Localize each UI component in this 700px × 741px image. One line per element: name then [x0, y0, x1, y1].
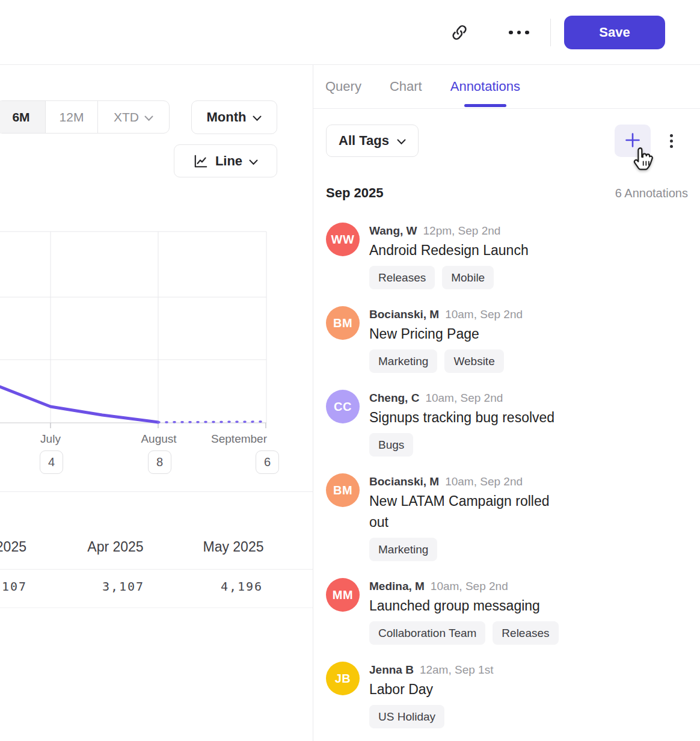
- more-options-button[interactable]: [506, 24, 532, 41]
- annotation-title: Signups tracking bug resolved: [369, 407, 554, 428]
- avatar: CC: [326, 390, 360, 423]
- annotation-meta: Wang, W 12pm, Sep 2nd: [369, 223, 529, 239]
- tag-pill[interactable]: US Holiday: [369, 705, 444, 728]
- annotation-timestamp: 10am, Sep 2nd: [431, 579, 508, 594]
- tag-pill[interactable]: Collaboration Team: [369, 621, 485, 645]
- avatar: MM: [326, 578, 360, 612]
- annotation-tags: MarketingWebsite: [369, 349, 523, 373]
- kebab-icon: [670, 134, 673, 148]
- x-axis-label: July: [30, 432, 71, 446]
- avatar: JB: [326, 662, 360, 695]
- range-12m-button[interactable]: 12M: [45, 101, 97, 133]
- tag-pill[interactable]: Marketing: [369, 538, 437, 561]
- tab-chart[interactable]: Chart: [390, 65, 422, 108]
- save-button[interactable]: Save: [564, 16, 665, 49]
- avatar: WW: [326, 223, 360, 256]
- table-border: [0, 607, 313, 608]
- annotation-tags: Collaboration TeamReleases: [369, 621, 559, 645]
- annotation-timestamp: 12am, Sep 1st: [420, 662, 494, 678]
- tag-pill[interactable]: Releases: [369, 266, 435, 289]
- table-value-cell: 3,107: [63, 579, 183, 594]
- table-column-header: 2025: [0, 539, 26, 555]
- chevron-down-icon: [397, 133, 406, 149]
- tag-filter-dropdown[interactable]: All Tags: [326, 125, 419, 157]
- active-tab-underline: [464, 104, 506, 107]
- annotation-list: WW Wang, W 12pm, Sep 2nd Android Redesig…: [313, 223, 700, 741]
- table-border: [0, 569, 313, 570]
- annotation-meta: Bocianski, M 10am, Sep 2nd: [369, 474, 568, 490]
- x-axis-label: August: [134, 432, 184, 446]
- chart-type-dropdown[interactable]: Line: [174, 144, 277, 177]
- ellipsis-icon: [509, 31, 529, 35]
- tag-pill[interactable]: Releases: [493, 621, 558, 645]
- annotation-count-badge[interactable]: 4: [40, 450, 63, 474]
- annotation-title: New Pricing Page: [369, 324, 523, 345]
- tab-annotations[interactable]: Annotations: [450, 65, 520, 108]
- annotations-menu-button[interactable]: [667, 125, 675, 157]
- table-column-header: Apr 2025: [55, 539, 176, 555]
- annotation-title: Launched group messaging: [369, 595, 559, 616]
- annotation-author: Bocianski, M: [369, 474, 439, 490]
- annotation-tags: US Holiday: [369, 705, 493, 728]
- annotation-list-item[interactable]: JB Jenna B 12am, Sep 1st Labor Day US Ho…: [326, 662, 700, 728]
- add-annotation-button[interactable]: [615, 125, 651, 157]
- annotation-meta: Cheng, C 10am, Sep 2nd: [369, 390, 554, 406]
- date-range-segmented-control: 6M 12M XTD: [0, 100, 170, 134]
- tag-pill[interactable]: Marketing: [369, 349, 437, 373]
- annotation-author: Jenna B: [369, 662, 414, 678]
- annotation-body: Bocianski, M 10am, Sep 2nd New LATAM Cam…: [369, 473, 568, 561]
- annotation-body: Cheng, C 10am, Sep 2nd Signups tracking …: [369, 390, 554, 457]
- annotation-timestamp: 12pm, Sep 2nd: [423, 223, 501, 239]
- annotation-tags: Bugs: [369, 433, 554, 457]
- annotation-count-badge[interactable]: 8: [148, 450, 171, 474]
- annotation-body: Medina, M 10am, Sep 2nd Launched group m…: [369, 578, 559, 645]
- annotation-author: Bocianski, M: [369, 307, 439, 322]
- tag-pill[interactable]: Bugs: [369, 433, 413, 457]
- annotation-list-item[interactable]: BM Bocianski, M 10am, Sep 2nd New LATAM …: [326, 473, 700, 561]
- annotations-panel: Query Chart Annotations All Tags Sep 202…: [313, 65, 700, 741]
- range-6m-button[interactable]: 6M: [0, 101, 45, 133]
- annotation-timestamp: 10am, Sep 2nd: [445, 307, 523, 322]
- annotation-list-item[interactable]: CC Cheng, C 10am, Sep 2nd Signups tracki…: [326, 390, 700, 457]
- header-divider: [550, 19, 551, 46]
- annotation-list-item[interactable]: WW Wang, W 12pm, Sep 2nd Android Redesig…: [326, 223, 700, 289]
- granularity-dropdown[interactable]: Month: [191, 100, 277, 134]
- table-column-header: May 2025: [173, 539, 293, 555]
- top-bar: Save: [0, 0, 700, 65]
- avatar: BM: [326, 473, 360, 507]
- app-window: { "header": { "save_label": "Save", "ico…: [0, 0, 700, 741]
- avatar: BM: [326, 306, 360, 340]
- month-group-title: Sep 2025: [326, 185, 383, 201]
- annotation-list-item[interactable]: MM Medina, M 10am, Sep 2nd Launched grou…: [326, 578, 700, 645]
- table-border: [0, 491, 313, 492]
- annotations-section-header: Sep 2025 6 Annotations: [313, 185, 700, 201]
- plus-icon: [624, 132, 641, 150]
- annotation-meta: Bocianski, M 10am, Sep 2nd: [369, 307, 523, 322]
- tag-pill[interactable]: Mobile: [442, 266, 494, 289]
- annotation-author: Cheng, C: [369, 390, 419, 406]
- annotation-author: Medina, M: [369, 579, 425, 594]
- annotation-body: Wang, W 12pm, Sep 2nd Android Redesign L…: [369, 223, 529, 289]
- chevron-down-icon: [253, 109, 262, 125]
- chevron-down-icon: [249, 153, 258, 169]
- annotation-timestamp: 10am, Sep 2nd: [445, 474, 523, 490]
- link-icon: [450, 23, 468, 43]
- annotation-title: Labor Day: [369, 679, 493, 700]
- annotation-meta: Medina, M 10am, Sep 2nd: [369, 579, 559, 594]
- annotation-count-label: 6 Annotations: [615, 186, 688, 200]
- annotation-title: Android Redesign Launch: [369, 240, 529, 261]
- x-axis-label: September: [210, 432, 267, 446]
- annotation-list-item[interactable]: BM Bocianski, M 10am, Sep 2nd New Pricin…: [326, 306, 700, 373]
- table-value-cell: 107: [0, 579, 27, 594]
- panel-tab-bar: Query Chart Annotations: [313, 65, 700, 109]
- annotation-meta: Jenna B 12am, Sep 1st: [369, 662, 493, 678]
- tab-query[interactable]: Query: [325, 65, 361, 108]
- share-link-button[interactable]: [447, 22, 471, 45]
- range-xtd-dropdown[interactable]: XTD: [97, 101, 169, 133]
- line-chart-icon: [193, 153, 209, 169]
- annotation-author: Wang, W: [369, 223, 417, 239]
- annotation-tags: Marketing: [369, 538, 568, 561]
- annotation-count-badge[interactable]: 6: [256, 450, 279, 474]
- annotations-toolbar: All Tags: [313, 125, 700, 157]
- tag-pill[interactable]: Website: [444, 349, 503, 373]
